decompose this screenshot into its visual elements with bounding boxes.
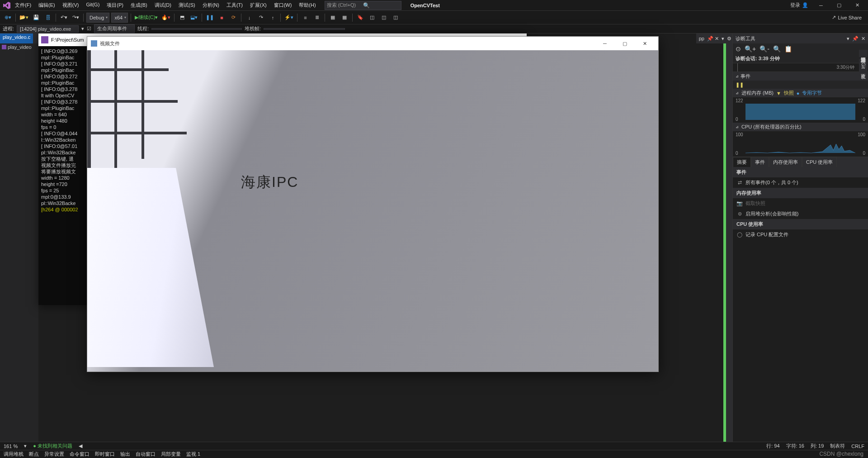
undo-button[interactable]: ↶▾ [59, 13, 69, 23]
menu-analyze[interactable]: 分析(N) [199, 0, 222, 10]
sb-command[interactable]: 命令窗口 [70, 451, 90, 458]
menu-git[interactable]: Git(G) [83, 0, 103, 10]
tab-close-icon[interactable]: ✕ [713, 36, 720, 42]
video-minimize[interactable]: ─ [595, 37, 615, 50]
platform-dropdown[interactable]: x64▾ [111, 13, 128, 23]
menu-test[interactable]: 测试(S) [175, 0, 198, 10]
zoom-level[interactable]: 161 % [4, 444, 18, 449]
menu-extensions[interactable]: 扩展(X) [247, 0, 270, 10]
sb-autos[interactable]: 自动窗口 [136, 451, 156, 458]
toolbar-icon-3[interactable]: ⚡▾ [283, 13, 294, 23]
tab-dropdown-icon[interactable]: ▾ [720, 36, 726, 42]
save-button[interactable]: 💾 [31, 13, 41, 23]
diag-tab-events[interactable]: 事件 [751, 157, 769, 167]
diag-tool-2[interactable]: 🔍+ [745, 45, 756, 52]
sb-watch[interactable]: 监视 1 [186, 451, 200, 458]
redo-button[interactable]: ↷▾ [71, 13, 80, 23]
side-tab-solution[interactable]: 解决方案资源管理器 [859, 50, 868, 57]
indent-mode[interactable]: 制表符 [830, 443, 845, 449]
stop-button[interactable]: ■ [217, 13, 226, 23]
config-dropdown[interactable]: Debug▾ [86, 13, 109, 23]
sb-callstack[interactable]: 调用堆栈 [4, 451, 24, 458]
diag-snapshot[interactable]: 📷截取快照 [733, 198, 868, 209]
back-button[interactable]: ⊕▾ [3, 13, 13, 23]
window-maximize[interactable]: ▢ [830, 0, 848, 11]
window-close[interactable]: ✕ [848, 0, 866, 11]
sb-exceptions[interactable]: 异常设置 [44, 451, 64, 458]
toolbar-icon-5[interactable]: ≣ [312, 13, 322, 23]
diag-tool-5[interactable]: 📋 [784, 45, 792, 52]
process-dropdown[interactable]: [14204] play_video.exe [17, 25, 79, 33]
diag-tool-4[interactable]: 🔍 [773, 45, 781, 52]
editor-tab-cpp[interactable]: pp [696, 35, 707, 42]
diag-memory-header[interactable]: ⊿进程内存 (MB)▼快照●专用字节 [733, 89, 868, 97]
diag-heap-analysis[interactable]: ⊜启用堆分析(会影响性能) [733, 209, 868, 219]
toolbar-icon-2[interactable]: ⬓▾ [189, 13, 199, 23]
save-all-button[interactable]: 🗄 [43, 13, 53, 23]
step-into-button[interactable]: ↓ [244, 13, 254, 23]
left-tab[interactable]: play_video.c [0, 33, 33, 43]
menu-items: 文件(F) 编辑(E) 视图(V) Git(G) 项目(P) 生成(B) 调试(… [12, 0, 319, 10]
toolbar-icon-1[interactable]: ⬒ [177, 13, 187, 23]
toolbar-icon-4[interactable]: ≡ [300, 13, 310, 23]
login-button[interactable]: 登录👤 [790, 2, 808, 9]
menu-help[interactable]: 帮助(H) [296, 0, 319, 10]
scroll-left-icon[interactable]: ◀ [79, 443, 82, 449]
stackframe-dropdown[interactable] [264, 28, 345, 30]
window-minimize[interactable]: ─ [812, 0, 830, 11]
toolbar-icon-6[interactable]: ▦ [328, 13, 338, 23]
diag-dropdown-icon[interactable]: ▾ [847, 36, 849, 42]
diag-timeline[interactable]: 3:30分钟 [733, 63, 868, 72]
continue-button[interactable]: ▶ 继续(C) ▾ [134, 13, 159, 23]
side-tabs: 解决方案资源管理器 Git 更改 [859, 50, 868, 76]
vertical-scrollbar[interactable] [726, 33, 732, 442]
sb-output[interactable]: 输出 [120, 451, 130, 458]
step-over-button[interactable]: ↷ [256, 13, 266, 23]
toolbar-icon-9[interactable]: ◫ [379, 13, 389, 23]
diag-pin-icon[interactable]: 📌 [852, 36, 859, 42]
diag-tool-3[interactable]: 🔍- [760, 45, 769, 52]
side-tab-git[interactable]: Git 更改 [859, 59, 868, 74]
video-close[interactable]: ✕ [635, 37, 655, 50]
search-input[interactable]: 搜索 (Ctrl+Q) 🔍 [325, 1, 401, 10]
diag-tool-1[interactable]: ⊙ [736, 45, 741, 52]
menu-project[interactable]: 项目(P) [104, 0, 127, 10]
menu-tools[interactable]: 工具(T) [223, 0, 246, 10]
diag-cpu-header[interactable]: ⊿CPU (所有处理器的百分比) [733, 123, 868, 131]
sb-locals[interactable]: 局部变量 [161, 451, 181, 458]
open-file-button[interactable]: 📂▾ [19, 13, 29, 23]
menu-window[interactable]: 窗口(W) [271, 0, 295, 10]
video-titlebar[interactable]: 视频文件 ─ ▢ ✕ [87, 37, 658, 50]
toolbar-icon-7[interactable]: ▦ [340, 13, 349, 23]
toolbar-icon-10[interactable]: ◫ [391, 13, 401, 23]
pin-icon[interactable]: 📌 [707, 36, 713, 42]
menu-build[interactable]: 生成(B) [127, 0, 151, 10]
menu-edit[interactable]: 编辑(E) [35, 0, 58, 10]
diag-tab-memory[interactable]: 内存使用率 [769, 157, 802, 167]
video-maximize[interactable]: ▢ [615, 37, 635, 50]
live-share-button[interactable]: ↗Live Share [828, 14, 865, 20]
sb-immediate[interactable]: 即时窗口 [95, 451, 115, 458]
lifecycle-dropdown[interactable]: 生命周期事件 [94, 24, 135, 33]
gear-icon[interactable]: ⚙ [726, 36, 732, 42]
line-ending[interactable]: CRLF [851, 444, 864, 449]
menu-view[interactable]: 视图(V) [59, 0, 82, 10]
diag-events-header[interactable]: ⊿事件 [733, 72, 868, 81]
diag-tab-summary[interactable]: 摘要 [733, 157, 751, 167]
diag-all-events[interactable]: ⇄所有事件(0 个，共 0 个) [733, 177, 868, 188]
step-out-button[interactable]: ↑ [268, 13, 278, 23]
toolbar-icon-8[interactable]: ◫ [367, 13, 377, 23]
hot-reload-button[interactable]: 🔥▾ [160, 13, 171, 23]
restart-button[interactable]: ⟳ [228, 13, 238, 23]
diag-cpu-profile[interactable]: ◯记录 CPU 配置文件 [733, 229, 868, 240]
pause-button[interactable]: ❚❚ [205, 13, 215, 23]
menu-file[interactable]: 文件(F) [12, 0, 34, 10]
thread-dropdown[interactable] [151, 28, 242, 30]
left-item[interactable]: play_video [0, 43, 38, 51]
bookmark-button[interactable]: 🔖 [355, 13, 365, 23]
issues-status[interactable]: ● 未找到相关问题 [33, 443, 72, 449]
menu-debug[interactable]: 调试(D) [151, 0, 175, 10]
sb-breakpoints[interactable]: 断点 [29, 451, 39, 458]
diag-tab-cpu[interactable]: CPU 使用率 [802, 157, 837, 167]
diag-close-icon[interactable]: ✕ [861, 36, 865, 42]
